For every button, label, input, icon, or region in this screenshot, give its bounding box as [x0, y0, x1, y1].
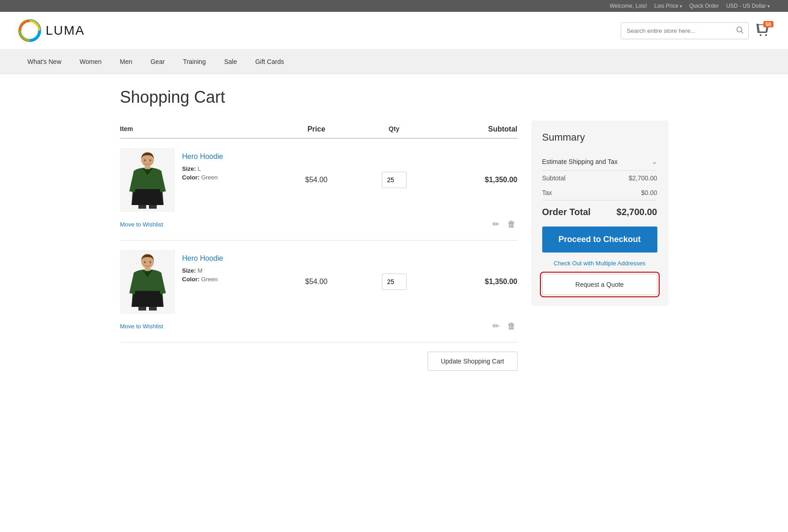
product-image-1	[120, 148, 175, 212]
summary-box: Summary Estimate Shipping and Tax ⌄ Subt…	[531, 121, 668, 306]
nav-item-gear[interactable]: Gear	[141, 50, 174, 74]
cart-icon[interactable]: 50	[756, 24, 770, 38]
header-right: 50	[621, 22, 770, 39]
size-value-1: L	[197, 165, 201, 172]
search-button[interactable]	[732, 23, 748, 39]
svg-point-5	[760, 34, 762, 36]
user-dropdown[interactable]: Lois Price ▾	[654, 3, 682, 9]
product-svg-1	[125, 150, 170, 210]
search-input[interactable]	[621, 24, 732, 38]
search-bar	[621, 22, 749, 39]
tax-value: $0.00	[641, 189, 657, 196]
product-color-1: Color: Green	[182, 174, 223, 181]
nav-item-whats-new[interactable]: What's New	[18, 50, 70, 74]
product-image-2	[120, 250, 175, 314]
row-action-btns-1: ✏ 🗑	[491, 217, 518, 231]
cart-row-2: Hero Hoodie Size: M Color: Green $54.00	[120, 241, 518, 342]
row-action-btns-2: ✏ 🗑	[491, 319, 518, 333]
order-total-label: Order Total	[542, 207, 591, 217]
multi-address-link[interactable]: Check Out with Multiple Addresses	[542, 260, 657, 267]
tax-line: Tax $0.00	[542, 185, 657, 200]
cart-row-2-actions: Move to Wishlist ✏ 🗑	[120, 319, 518, 333]
main-content: Shopping Cart Item Price Qty Subtotal	[102, 74, 687, 394]
svg-point-3	[737, 27, 742, 32]
qty-cell-2	[362, 274, 426, 290]
summary-title: Summary	[542, 132, 657, 143]
request-quote-button[interactable]: Request a Quote	[542, 274, 657, 295]
delete-item-1-button[interactable]: 🗑	[506, 217, 518, 231]
size-label-1: Size:	[182, 165, 196, 172]
nav-item-men[interactable]: Men	[111, 50, 141, 74]
svg-point-9	[144, 159, 146, 162]
qty-input-2[interactable]	[382, 274, 407, 290]
product-cell-1: Hero Hoodie Size: L Color: Green	[120, 148, 271, 212]
product-name-1[interactable]: Hero Hoodie	[182, 153, 223, 161]
svg-point-10	[149, 159, 151, 162]
estimate-shipping-row[interactable]: Estimate Shipping and Tax ⌄	[542, 153, 657, 171]
size-label-2: Size:	[182, 267, 196, 274]
product-size-1: Size: L	[182, 165, 223, 172]
nav-item-training[interactable]: Training	[174, 50, 215, 74]
delete-item-2-button[interactable]: 🗑	[506, 319, 518, 333]
currency-dropdown[interactable]: USD - US Dollar ▾	[726, 3, 770, 9]
svg-point-15	[144, 261, 146, 263]
user-name: Lois Price	[654, 3, 678, 9]
size-value-2: M	[197, 267, 202, 274]
move-to-wishlist-1[interactable]: Move to Wishlist	[120, 221, 164, 228]
main-nav: What's New Women Men Gear Training Sale …	[0, 50, 788, 74]
product-info-2: Hero Hoodie Size: M Color: Green	[182, 250, 223, 284]
nav-item-gift-cards[interactable]: Gift Cards	[246, 50, 293, 74]
top-bar: Welcome, Lois! Lois Price ▾ Quick Order …	[0, 0, 788, 12]
color-value-2: Green	[201, 276, 217, 283]
move-to-wishlist-2[interactable]: Move to Wishlist	[120, 323, 164, 330]
col-header-item: Item	[120, 125, 271, 133]
cart-row-1-content: Hero Hoodie Size: L Color: Green $54.00	[120, 148, 518, 212]
subtotal-line: Subtotal $2,700.00	[542, 171, 657, 185]
header: LUMA 50	[0, 12, 788, 50]
price-1: $54.00	[271, 176, 362, 184]
product-info-1: Hero Hoodie Size: L Color: Green	[182, 148, 223, 183]
currency-dropdown-arrow: ▾	[767, 4, 770, 9]
svg-point-6	[765, 34, 767, 36]
update-cart-button[interactable]: Update Shopping Cart	[428, 352, 518, 371]
cart-items-section: Item Price Qty Subtotal	[120, 121, 518, 380]
subtotal-value: $2,700.00	[629, 174, 657, 182]
svg-line-4	[741, 31, 744, 33]
cart-row: Hero Hoodie Size: L Color: Green $54.00	[120, 139, 518, 241]
estimate-shipping-chevron: ⌄	[651, 157, 657, 166]
cart-row-1-actions: Move to Wishlist ✏ 🗑	[120, 217, 518, 231]
nav-item-sale[interactable]: Sale	[215, 50, 246, 74]
color-label-1: Color:	[182, 174, 200, 181]
product-name-2[interactable]: Hero Hoodie	[182, 254, 223, 263]
svg-rect-17	[138, 307, 146, 311]
qty-cell-1	[362, 172, 426, 188]
quick-order-link[interactable]: Quick Order	[689, 3, 719, 9]
product-cell-2: Hero Hoodie Size: M Color: Green	[120, 250, 271, 314]
checkout-button[interactable]: Proceed to Checkout	[542, 226, 657, 253]
edit-item-2-button[interactable]: ✏	[491, 319, 501, 333]
summary-panel: Summary Estimate Shipping and Tax ⌄ Subt…	[531, 121, 668, 306]
logo-link[interactable]: LUMA	[18, 19, 85, 42]
color-value-1: Green	[201, 174, 217, 181]
currency-label: USD - US Dollar	[726, 3, 766, 9]
subtotal-1: $1,350.00	[426, 176, 518, 184]
welcome-message: Welcome, Lois!	[609, 3, 647, 9]
order-total-value: $2,700.00	[617, 207, 657, 217]
col-header-price: Price	[271, 125, 362, 133]
svg-rect-18	[149, 307, 157, 311]
logo-text: LUMA	[46, 23, 85, 38]
user-dropdown-arrow: ▾	[680, 4, 682, 9]
product-size-2: Size: M	[182, 267, 223, 274]
svg-point-16	[149, 261, 151, 263]
svg-rect-12	[149, 205, 157, 209]
search-icon	[736, 26, 744, 34]
svg-rect-11	[138, 205, 146, 209]
col-header-subtotal: Subtotal	[426, 125, 518, 133]
order-total-line: Order Total $2,700.00	[542, 200, 657, 226]
product-svg-2	[125, 252, 170, 311]
nav-item-women[interactable]: Women	[70, 50, 111, 74]
edit-item-1-button[interactable]: ✏	[491, 217, 501, 231]
qty-input-1[interactable]	[382, 172, 407, 188]
svg-rect-14	[145, 267, 150, 271]
estimate-shipping-label: Estimate Shipping and Tax	[542, 158, 618, 165]
